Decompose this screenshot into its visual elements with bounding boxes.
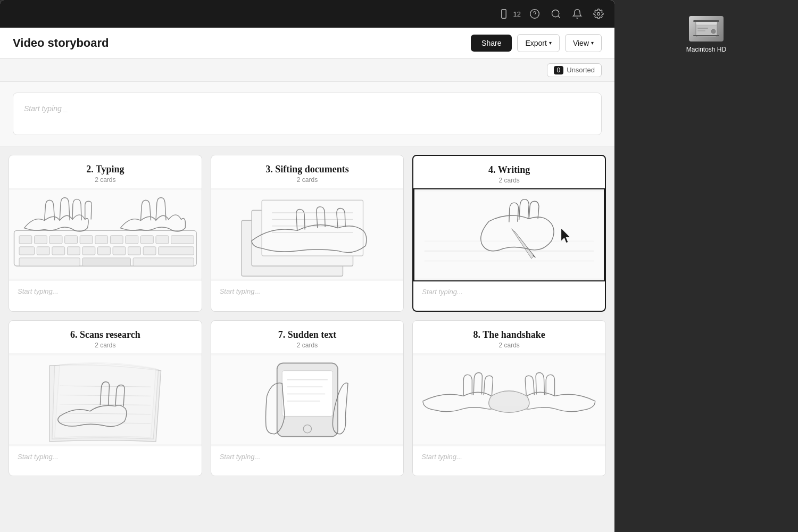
svg-rect-0 — [501, 10, 505, 19]
card-sudden-text-title: 7. Sudden text — [220, 329, 395, 340]
card-typing-title: 2. Typing — [18, 164, 193, 175]
view-chevron: ▾ — [591, 40, 594, 46]
card-writing-title: 4. Writing — [422, 164, 596, 176]
svg-rect-18 — [156, 236, 169, 244]
svg-rect-63 — [697, 28, 708, 29]
card-scans-image — [9, 353, 202, 446]
svg-rect-12 — [65, 236, 78, 244]
svg-rect-31 — [82, 258, 130, 266]
svg-rect-14 — [95, 236, 108, 244]
card-writing-text[interactable]: Start typing... — [413, 281, 605, 311]
card-typing-image — [9, 188, 202, 281]
card-sifting-text[interactable]: Start typing... — [211, 281, 404, 310]
macintosh-hd-icon[interactable]: Macintosh HD — [685, 16, 728, 53]
phone-icon — [496, 6, 511, 21]
cards-grid: 2. Typing 2 cards — [0, 146, 614, 485]
svg-point-4 — [552, 10, 559, 17]
content-area[interactable]: Start typing _ 2. Typing 2 cards — [0, 82, 614, 532]
card-sudden-text[interactable]: 7. Sudden text 2 cards — [211, 320, 404, 476]
settings-icon[interactable] — [591, 6, 606, 21]
device-badge[interactable]: 12 — [496, 6, 521, 21]
card-typing[interactable]: 2. Typing 2 cards — [9, 155, 202, 312]
title-bar: Video storyboard Share Export ▾ View ▾ — [0, 28, 614, 59]
card-scans-title: 6. Scans research — [18, 329, 193, 340]
card-handshake-subtitle: 2 cards — [421, 342, 597, 349]
svg-rect-11 — [49, 236, 62, 244]
card-sifting-image — [211, 188, 404, 281]
export-button[interactable]: Export ▾ — [517, 34, 559, 52]
svg-line-5 — [558, 16, 560, 18]
svg-rect-15 — [110, 236, 123, 244]
svg-rect-32 — [133, 258, 194, 266]
unsorted-count: 0 — [554, 66, 564, 74]
help-icon[interactable] — [527, 6, 542, 21]
card-handshake-image — [413, 353, 605, 446]
svg-rect-64 — [697, 30, 705, 31]
share-button[interactable]: Share — [471, 35, 512, 52]
svg-rect-28 — [143, 247, 156, 255]
svg-rect-36 — [262, 200, 363, 256]
svg-point-62 — [711, 29, 716, 34]
svg-rect-13 — [80, 236, 93, 244]
title-actions: Share Export ▾ View ▾ — [471, 34, 602, 52]
svg-point-2 — [530, 10, 539, 19]
svg-rect-10 — [35, 236, 47, 244]
card-sifting-title: 3. Sifting documents — [220, 164, 395, 175]
svg-rect-27 — [128, 247, 141, 255]
mac-hd-disk-image — [689, 16, 724, 41]
card-writing-image — [413, 188, 605, 281]
top-card-placeholder: Start typing _ — [24, 104, 68, 113]
svg-rect-9 — [19, 236, 32, 244]
card-handshake-title: 8. The handshake — [421, 329, 597, 340]
card-sifting[interactable]: 3. Sifting documents 2 cards — [211, 155, 404, 312]
card-writing-subtitle: 2 cards — [422, 177, 596, 184]
card-sudden-text-subtitle: 2 cards — [220, 342, 395, 349]
toolbar: 12 — [0, 0, 614, 28]
export-chevron: ▾ — [549, 40, 552, 46]
svg-rect-26 — [113, 247, 126, 255]
card-handshake[interactable]: 8. The handshake 2 cards — [412, 320, 606, 476]
svg-rect-61 — [696, 21, 717, 25]
unsorted-label: Unsorted — [567, 66, 595, 74]
card-typing-subtitle: 2 cards — [18, 176, 193, 184]
app-window: 12 Video storyboard Share Export ▾ View … — [0, 0, 614, 532]
mac-sidebar: Macintosh HD — [614, 0, 798, 532]
svg-rect-53 — [282, 371, 332, 417]
card-scans-text[interactable]: Start typing... — [9, 446, 202, 476]
svg-rect-25 — [98, 247, 111, 255]
svg-rect-17 — [140, 236, 153, 244]
search-icon[interactable] — [548, 6, 563, 21]
mac-hd-label: Macintosh HD — [686, 46, 726, 53]
badge-count: 12 — [513, 10, 521, 18]
svg-rect-21 — [37, 247, 49, 255]
card-writing[interactable]: 4. Writing 2 cards — [412, 155, 606, 312]
card-sudden-text-text[interactable]: Start typing... — [211, 446, 404, 476]
svg-point-6 — [597, 13, 600, 15]
svg-rect-19 — [171, 236, 194, 244]
svg-rect-20 — [19, 247, 35, 255]
svg-rect-22 — [52, 247, 65, 255]
card-handshake-text[interactable]: Start typing... — [413, 446, 605, 476]
svg-rect-23 — [67, 247, 80, 255]
sub-toolbar: 0 Unsorted — [0, 59, 614, 82]
page-title: Video storyboard — [13, 36, 109, 50]
card-sudden-text-image — [211, 353, 404, 446]
card-sifting-subtitle: 2 cards — [220, 176, 395, 184]
svg-rect-24 — [82, 247, 95, 255]
card-typing-text[interactable]: Start typing... — [9, 281, 202, 310]
svg-rect-30 — [19, 258, 80, 266]
svg-rect-41 — [414, 192, 604, 279]
top-card-area: Start typing _ — [0, 82, 614, 146]
svg-rect-16 — [126, 236, 138, 244]
bell-icon[interactable] — [570, 6, 585, 21]
top-input-card[interactable]: Start typing _ — [13, 93, 602, 135]
unsorted-badge[interactable]: 0 Unsorted — [547, 63, 602, 77]
card-scans-subtitle: 2 cards — [18, 342, 193, 349]
card-scans[interactable]: 6. Scans research 2 cards — [9, 320, 202, 476]
svg-rect-29 — [159, 247, 194, 255]
view-button[interactable]: View ▾ — [565, 34, 602, 52]
